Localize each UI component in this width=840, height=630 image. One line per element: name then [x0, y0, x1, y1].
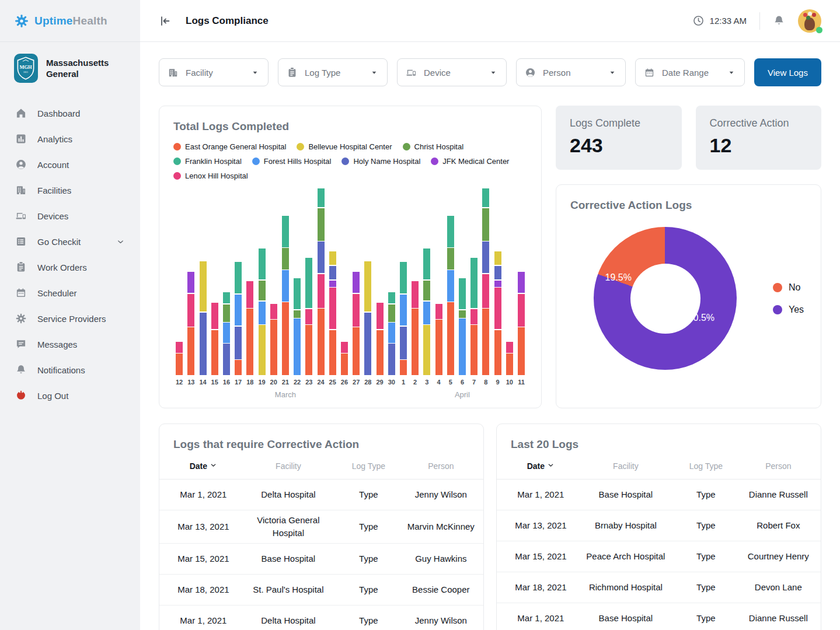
- bar-segment-holy-name-hospital: [200, 313, 207, 376]
- month-label: March: [173, 390, 398, 399]
- table-row[interactable]: Mar 13, 2021Brnaby HospitalTypeRobert Fo…: [497, 510, 821, 541]
- sidebar-item-log-out[interactable]: Log Out: [0, 383, 140, 408]
- table-row[interactable]: Mar 18, 2021St. Paul's HospitalTypeBessi…: [159, 575, 483, 606]
- filter-log-type[interactable]: Log Type: [278, 58, 388, 86]
- table-body: Mar 1, 2021Delta HospitalTypeJenny Wilso…: [159, 480, 483, 630]
- donut-legend-item-yes[interactable]: Yes: [773, 304, 804, 315]
- bar-segment-franklin-hospital: [482, 188, 489, 207]
- table-row[interactable]: Mar 15, 2021Base HospitalTypeGuy Hawkins: [159, 544, 483, 575]
- column-header-person: Person: [741, 461, 816, 471]
- legend-item-bellevue-hospital-center[interactable]: Bellevue Hospital Center: [297, 142, 392, 151]
- filter-date-range[interactable]: Date Range: [635, 58, 745, 86]
- bar-segment-bellevue-hospital-center: [494, 251, 501, 265]
- filter-device[interactable]: Device: [397, 58, 507, 86]
- table-row[interactable]: Mar 15, 2021Peace Arch HospitalTypeCourt…: [497, 541, 821, 572]
- bell-icon: [15, 364, 27, 376]
- x-tick-label: 24: [315, 379, 326, 386]
- legend-item-franklin-hospital[interactable]: Franklin Hospital: [173, 157, 242, 166]
- bar-segment-lenox-hill-hospital: [377, 303, 384, 329]
- sidebar-item-go-checkit[interactable]: Go Checkit: [0, 229, 140, 254]
- content: FacilityLog TypeDevicePersonDate RangeVi…: [140, 42, 840, 630]
- sidebar-item-devices[interactable]: Devices: [0, 203, 140, 229]
- user-menu[interactable]: [798, 9, 821, 33]
- column-header-date[interactable]: Date: [164, 461, 243, 471]
- donut-legend: NoYes: [773, 282, 804, 315]
- sidebar-item-analytics[interactable]: Analytics: [0, 126, 140, 152]
- sidebar-item-facilities[interactable]: Facilities: [0, 177, 140, 203]
- filter-person[interactable]: Person: [516, 58, 626, 86]
- legend-item-jfk-medical-center[interactable]: JFK Medical Center: [431, 157, 509, 166]
- bar-segment-lenox-hill-hospital: [494, 288, 501, 329]
- table-row[interactable]: Mar 1, 2021Base HospitalTypeDianne Russe…: [497, 480, 821, 510]
- filter-label: Log Type: [305, 68, 340, 78]
- x-tick-label: 30: [386, 379, 398, 386]
- bar-segment-jfk-medical-center: [494, 281, 501, 287]
- donut-legend-item-no[interactable]: No: [773, 282, 804, 293]
- bar-column-18: [244, 281, 256, 375]
- bar-segment-holy-name-hospital: [318, 242, 325, 273]
- donut-area: 19.5% 80.5% NoYes: [570, 227, 807, 370]
- cell-log-type: Type: [671, 488, 741, 501]
- x-tick-label: 11: [515, 379, 527, 386]
- legend-item-forest-hills-hospital[interactable]: Forest Hills Hospital: [252, 157, 332, 166]
- bar-segment-franklin-hospital: [294, 278, 301, 310]
- stat-label: Logs Complete: [570, 117, 668, 130]
- bar-column-21: [280, 216, 291, 375]
- devices-icon: [406, 67, 417, 78]
- sidebar-item-scheduler[interactable]: Scheduler: [0, 280, 140, 306]
- bar-segment-east-orange-general-hospital: [282, 302, 289, 375]
- sidebar-item-notifications[interactable]: Notifications: [0, 357, 140, 383]
- legend-label: JFK Medical Center: [442, 157, 509, 166]
- x-tick-label: 9: [492, 379, 503, 386]
- clock-icon: [692, 15, 705, 27]
- cell-facility: Peace Arch Hospital: [580, 550, 671, 563]
- cell-log-type: Type: [671, 612, 741, 625]
- bar-segment-lenox-hill-hospital: [305, 309, 312, 324]
- current-facility[interactable]: MGH 1811 Massachusetts General: [0, 42, 140, 98]
- sidebar-item-service-providers[interactable]: Service Providers: [0, 306, 140, 331]
- table-row[interactable]: Mar 1, 2021Delta HospitalTypeJenny Wilso…: [159, 606, 483, 630]
- x-tick-label: 7: [468, 379, 480, 386]
- x-tick-label: 12: [173, 379, 185, 386]
- app-root: UptimeHealth MGH 1811 Massachusetts Gene…: [0, 0, 840, 630]
- building-icon: [168, 67, 179, 78]
- bar-segment-east-orange-general-hospital: [305, 325, 312, 375]
- table-row[interactable]: Mar 1, 2021Delta HospitalTypeJenny Wilso…: [159, 480, 483, 510]
- bar-column-14: [197, 261, 208, 375]
- sidebar-item-messages[interactable]: Messages: [0, 331, 140, 357]
- header-right: 12:33 AM: [692, 9, 821, 33]
- legend-item-east-orange-general-hospital[interactable]: East Orange General Hospital: [173, 142, 286, 151]
- bar-segment-east-orange-general-hospital: [435, 320, 442, 375]
- sidebar-item-label: Log Out: [37, 391, 68, 401]
- bar-segment-bellevue-hospital-center: [200, 261, 207, 312]
- legend-item-christ-hospital[interactable]: Christ Hospital: [403, 142, 464, 151]
- table-row[interactable]: Mar 13, 2021Victoria General HospitalTyp…: [159, 510, 483, 544]
- sidebar-item-dashboard[interactable]: Dashboard: [0, 100, 140, 126]
- column-header-facility: Facility: [243, 461, 334, 471]
- table-header: DateFacilityLog TypePerson: [159, 461, 483, 480]
- legend-item-holy-name-hospital[interactable]: Holy Name Hospital: [341, 157, 420, 166]
- view-logs-button[interactable]: View Logs: [754, 58, 821, 86]
- facility-name: Massachusetts General: [46, 57, 126, 80]
- svg-text:1811: 1811: [23, 71, 28, 74]
- filter-facility[interactable]: Facility: [159, 58, 269, 86]
- bar-segment-franklin-hospital: [470, 258, 477, 308]
- x-tick-label: 3: [421, 379, 433, 386]
- sidebar-item-account[interactable]: Account: [0, 152, 140, 177]
- table-title: Logs that require Corrective Action: [159, 438, 483, 451]
- collapse-sidebar-icon[interactable]: [159, 15, 172, 27]
- legend-item-lenox-hill-hospital[interactable]: Lenox Hill Hospital: [173, 172, 248, 180]
- cell-facility: Victoria General Hospital: [243, 514, 334, 540]
- cell-log-type: Type: [334, 614, 403, 627]
- legend-dot: [431, 158, 438, 165]
- sidebar-item-work-orders[interactable]: Work Orders: [0, 254, 140, 280]
- table-row[interactable]: Mar 18, 2021Richmond HospitalTypeDevon L…: [497, 572, 821, 603]
- x-tick-label: 16: [221, 379, 232, 386]
- table-row[interactable]: Mar 1, 2021Base HospitalTypeDianne Russe…: [497, 603, 821, 630]
- x-tick-label: 1: [398, 379, 409, 386]
- column-header-date[interactable]: Date: [501, 461, 580, 471]
- bar-segment-franklin-hospital: [388, 292, 395, 303]
- x-tick-label: 2: [409, 379, 421, 386]
- legend-label: Christ Hospital: [414, 142, 464, 151]
- bell-icon[interactable]: [773, 15, 785, 27]
